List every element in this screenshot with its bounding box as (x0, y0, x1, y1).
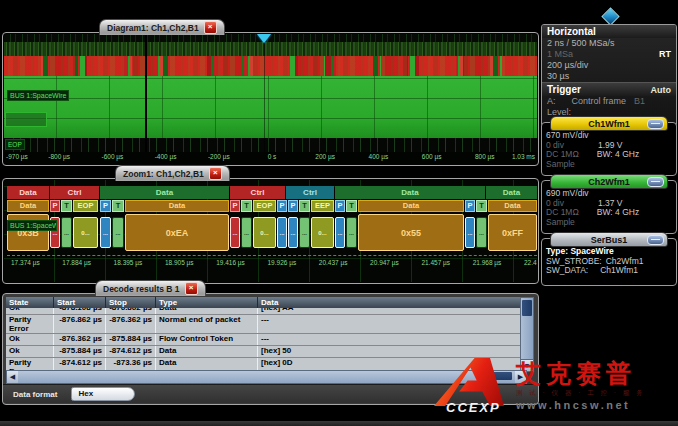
word-segment-t: T (476, 200, 487, 212)
word-segment-t: T (112, 200, 124, 212)
trigger-position-marker-icon[interactable] (257, 34, 271, 43)
word-segment-p: P (288, 200, 298, 212)
ch1-signal-box[interactable]: Ch1Wfm1 670 mV/div 0 div1.99 V DC 1MΩBW:… (541, 122, 677, 176)
ch2-waveform-band (4, 76, 537, 138)
minimize-icon[interactable] (647, 177, 664, 187)
minimize-icon[interactable] (647, 235, 664, 245)
serbus-data-label: SW_DATA: (546, 266, 588, 276)
cell-type: Data (156, 346, 258, 357)
word-segment-data: Data (358, 200, 464, 212)
minimize-icon[interactable] (647, 119, 664, 129)
cell-stop: -875.884 µs (106, 334, 156, 345)
tab-serbus1[interactable]: SerBus1 (550, 232, 668, 247)
horizontal-position: 30 µs (547, 71, 569, 82)
tab-zoom1-label: Zoom1: Ch1,Ch2,B1 (123, 169, 204, 179)
decode-table-header: StateStartStopTypeData (6, 297, 525, 308)
cell-state: Ok (6, 334, 54, 345)
word-segment-p: P (465, 200, 475, 212)
acquisition-mode: RT (659, 49, 671, 60)
column-header-stop: Stop (106, 297, 156, 308)
zoom1-time-axis: 17.374 µs17.884 µs18.395 µs18.905 µs19.4… (7, 258, 537, 270)
diagram1-plot-area[interactable]: -970 µs-800 µs-600 µs-400 µs-200 µs0 s20… (4, 34, 537, 164)
cell-state: Ok (6, 308, 54, 314)
word-segment-eep: EEP (311, 200, 334, 212)
chevron-down-icon[interactable] (601, 7, 619, 25)
axis-tick-label: 20.437 µs (319, 259, 348, 266)
value-box: ... (61, 217, 72, 248)
axis-tick-label: 17.374 µs (11, 259, 40, 266)
frame-segment-data: Data (335, 186, 485, 199)
axis-tick-label: 20.947 µs (370, 259, 399, 266)
data-format-select[interactable]: Hex (71, 387, 135, 401)
ch2-title: Ch2Wfm1 (588, 177, 630, 187)
ch1-title: Ch1Wfm1 (588, 119, 630, 129)
word-segment-p: P (230, 200, 240, 212)
watermark-brand: 艾克赛普 (516, 360, 678, 386)
cell-start: -875.884 µs (54, 346, 106, 357)
trigger-source-prefix: A: (547, 96, 556, 107)
frame-segment-data: Data (100, 186, 229, 199)
value-box: ... (299, 217, 310, 248)
close-icon[interactable]: × (185, 282, 198, 295)
frame-segment-data: Data (486, 186, 537, 199)
axis-tick-label: 22.478 µs (524, 259, 537, 266)
word-segment-p: P (50, 200, 60, 212)
axis-tick-label: 18.395 µs (114, 259, 143, 266)
tab-decode-results[interactable]: Decode results B 1 × (95, 280, 206, 296)
word-segment-eop: EOP (253, 200, 276, 212)
ch1-waveform-band (4, 42, 537, 56)
trigger-position-line (264, 34, 265, 152)
zoom1-window: Zoom1: Ch1,Ch2,B1 × DataCtrlDataCtrlCtrl… (2, 178, 539, 284)
column-header-data: Data (258, 297, 525, 308)
bus-label: BUS 1:SpaceWire (7, 90, 69, 101)
axis-tick-label: 19.416 µs (216, 259, 245, 266)
tab-zoom1[interactable]: Zoom1: Ch1,Ch2,B1 × (115, 165, 230, 181)
accexp-logo-icon: CCEXP (424, 356, 516, 418)
serbus-box[interactable]: SerBus1 Type: SpaceWire SW_STROBE:Ch2Wfm… (541, 238, 677, 286)
axis-tick-label: 600 µs (422, 153, 442, 160)
ch2-acq-mode: Sample (546, 218, 575, 228)
vertical-scroll-thumb[interactable] (522, 300, 532, 316)
accexp-a-swoosh-icon (434, 358, 504, 406)
decode-table-row[interactable]: Ok-876.362 µs-875.884 µsFlow Control Tok… (6, 334, 525, 346)
ch1-acq-mode: Sample (546, 160, 575, 170)
strobe-noise-band (4, 138, 537, 152)
eop-label: EOP (5, 139, 25, 150)
cell-stop: -876.362 µs (106, 315, 156, 333)
word-segment-t: T (61, 200, 72, 212)
decode-table-row[interactable]: Ok-878.108 µs-876.862 µsData[hex] AA (6, 308, 525, 315)
word-segment-data: Data (7, 200, 49, 212)
ch2-signal-box[interactable]: Ch2Wfm1 690 mV/div 0 div1.37 V DC 1MΩBW:… (541, 180, 677, 234)
cursor-line[interactable] (145, 34, 147, 152)
cell-data: [hex] AA (258, 308, 525, 314)
diagram1-time-axis: -970 µs-800 µs-600 µs-400 µs-200 µs0 s20… (4, 152, 537, 164)
cell-start: -876.862 µs (54, 315, 106, 333)
word-segment-p: P (100, 200, 111, 212)
zoom1-plot-area[interactable]: DataCtrlDataCtrlCtrlDataData DataPTEOPPT… (4, 180, 537, 282)
cell-type: Data (156, 308, 258, 314)
axis-tick-label: 21.968 µs (473, 259, 502, 266)
close-icon[interactable]: × (204, 21, 217, 34)
tab-ch2wfm1[interactable]: Ch2Wfm1 (550, 174, 668, 189)
decode-table-row[interactable]: Parity Error-876.862 µs-876.362 µsNormal… (6, 315, 525, 334)
value-box: 0... (253, 217, 276, 248)
tab-decode-results-label: Decode results B 1 (103, 284, 180, 294)
axis-tick-label: 19.926 µs (268, 259, 297, 266)
frame-segment-data: Data (7, 186, 49, 199)
value-box: ... (100, 217, 111, 248)
ch1-bandwidth: BW: 4 GHz (597, 150, 639, 160)
word-segment-p: P (335, 200, 345, 212)
scroll-left-icon[interactable]: ◀ (7, 371, 18, 383)
tab-diagram1[interactable]: Diagram1: Ch1,Ch2,B1 × (99, 19, 225, 35)
value-box: ... (346, 217, 357, 248)
value-row: 0x3B......0.........0xEA......0.........… (7, 214, 537, 251)
trigger-source: B1 (634, 96, 645, 107)
value-box: ... (112, 217, 124, 248)
trigger-mode: Auto (651, 85, 672, 95)
tab-ch1wfm1[interactable]: Ch1Wfm1 (550, 116, 668, 131)
value-box: ... (230, 217, 240, 248)
cell-data: --- (258, 334, 525, 345)
accexp-logo-text: CCEXP (446, 400, 501, 415)
axis-tick-label: 1.03 ms (512, 153, 535, 160)
close-icon[interactable]: × (209, 167, 222, 180)
